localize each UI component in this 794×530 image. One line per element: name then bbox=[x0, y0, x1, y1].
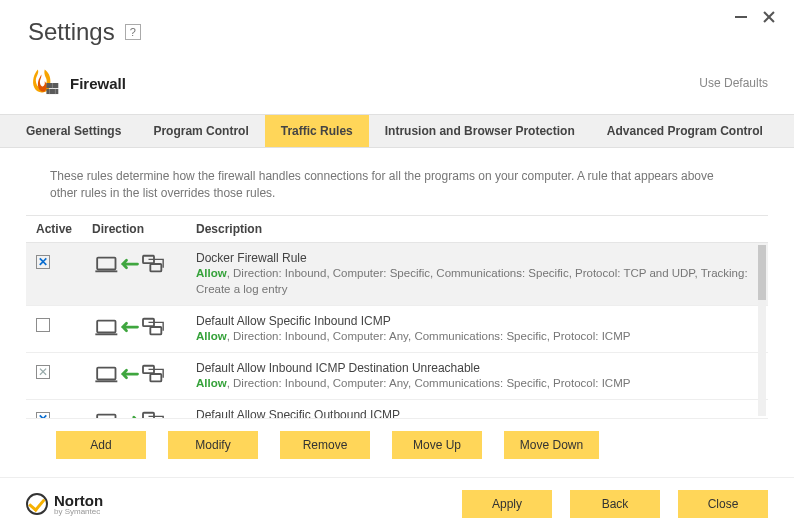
firewall-icon bbox=[26, 66, 60, 100]
brand-byline: by Symantec bbox=[54, 508, 103, 516]
active-checkbox[interactable]: ✕ bbox=[36, 412, 50, 419]
help-icon[interactable]: ? bbox=[125, 24, 141, 40]
use-defaults-link[interactable]: Use Defaults bbox=[699, 76, 768, 90]
rule-detail: Allow, Direction: Inbound, Computer: Spe… bbox=[196, 265, 758, 297]
rule-title: Default Allow Inbound ICMP Destination U… bbox=[196, 361, 758, 375]
svg-rect-13 bbox=[97, 368, 115, 380]
norton-check-icon bbox=[26, 493, 48, 515]
section-title: Firewall bbox=[70, 75, 699, 92]
rule-detail: Allow, Direction: Inbound, Computer: Any… bbox=[196, 328, 758, 344]
rules-header-row: Active Direction Description bbox=[26, 215, 768, 243]
rules-scrollbar[interactable] bbox=[758, 245, 766, 416]
rule-title: Docker Firewall Rule bbox=[196, 251, 758, 265]
tab-traffic-rules[interactable]: Traffic Rules bbox=[265, 115, 369, 147]
rule-row[interactable]: ✕ Default Allow Specific Outbound ICMP A… bbox=[26, 400, 768, 419]
direction-outbound-icon bbox=[92, 410, 172, 419]
svg-rect-1 bbox=[46, 89, 58, 94]
svg-rect-4 bbox=[55, 89, 56, 94]
svg-rect-16 bbox=[150, 374, 161, 381]
rules-list: ✕ Docker Firewall Rule Allow, Direction:… bbox=[26, 243, 768, 419]
active-checkbox[interactable]: ✕ bbox=[36, 365, 50, 379]
tab-program-control[interactable]: Program Control bbox=[137, 115, 264, 147]
move-down-button[interactable]: Move Down bbox=[504, 431, 599, 459]
active-checkbox[interactable] bbox=[36, 318, 50, 332]
direction-inbound-icon bbox=[92, 363, 172, 385]
back-button[interactable]: Back bbox=[570, 490, 660, 518]
direction-inbound-icon bbox=[92, 253, 172, 275]
rule-row[interactable]: ✕ Default Allow Inbound ICMP Destination… bbox=[26, 353, 768, 400]
svg-rect-6 bbox=[95, 270, 117, 272]
tab-advanced-program-control[interactable]: Advanced Program Control bbox=[591, 115, 779, 147]
svg-rect-3 bbox=[49, 89, 50, 94]
active-checkbox[interactable]: ✕ bbox=[36, 255, 50, 269]
add-button[interactable]: Add bbox=[56, 431, 146, 459]
window-close-button[interactable] bbox=[762, 10, 776, 24]
direction-inbound-icon bbox=[92, 316, 172, 338]
rule-title: Default Allow Specific Outbound ICMP bbox=[196, 408, 758, 419]
window-minimize-button[interactable] bbox=[734, 10, 748, 24]
svg-rect-12 bbox=[150, 327, 161, 334]
svg-rect-2 bbox=[52, 83, 53, 88]
tab-intrusion-browser-protection[interactable]: Intrusion and Browser Protection bbox=[369, 115, 591, 147]
remove-button[interactable]: Remove bbox=[280, 431, 370, 459]
column-header-description: Description bbox=[196, 222, 758, 236]
rule-row[interactable]: Default Allow Specific Inbound ICMP Allo… bbox=[26, 306, 768, 353]
rule-detail: Allow, Direction: Inbound, Computer: Any… bbox=[196, 375, 758, 391]
svg-rect-5 bbox=[97, 257, 115, 269]
close-button[interactable]: Close bbox=[678, 490, 768, 518]
svg-rect-17 bbox=[97, 415, 115, 419]
tab-description: These rules determine how the firewall h… bbox=[26, 162, 768, 215]
rule-row[interactable]: ✕ Docker Firewall Rule Allow, Direction:… bbox=[26, 243, 768, 306]
move-up-button[interactable]: Move Up bbox=[392, 431, 482, 459]
svg-rect-14 bbox=[95, 380, 117, 382]
svg-rect-8 bbox=[150, 264, 161, 271]
page-title: Settings bbox=[28, 18, 115, 46]
apply-button[interactable]: Apply bbox=[462, 490, 552, 518]
brand-name: Norton bbox=[54, 493, 103, 508]
svg-rect-10 bbox=[95, 333, 117, 335]
tab-general-settings[interactable]: General Settings bbox=[10, 115, 137, 147]
column-header-direction: Direction bbox=[92, 222, 196, 236]
svg-rect-9 bbox=[97, 321, 115, 333]
modify-button[interactable]: Modify bbox=[168, 431, 258, 459]
norton-logo: Norton by Symantec bbox=[26, 493, 103, 516]
rule-title: Default Allow Specific Inbound ICMP bbox=[196, 314, 758, 328]
svg-rect-19 bbox=[143, 413, 154, 419]
column-header-active: Active bbox=[36, 222, 92, 236]
tab-bar: General Settings Program Control Traffic… bbox=[0, 114, 794, 148]
